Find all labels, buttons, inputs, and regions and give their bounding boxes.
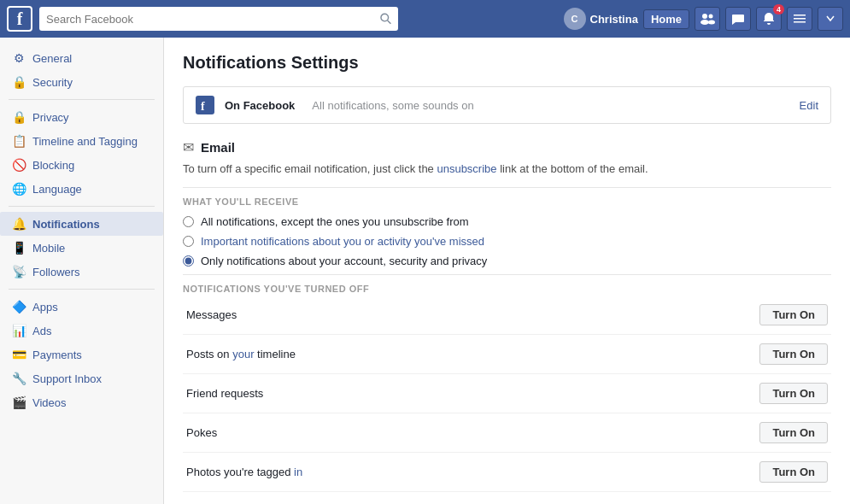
sidebar-item-apps[interactable]: 🔷 Apps	[0, 295, 163, 319]
svg-rect-9	[196, 96, 214, 114]
search-input[interactable]	[46, 13, 377, 26]
videos-icon: 🎬	[12, 396, 26, 409]
page-title: Notifications Settings	[183, 53, 831, 73]
notif-label-posts-timeline: Posts on your timeline	[186, 348, 759, 360]
sidebar-item-payments[interactable]: 💳 Payments	[0, 343, 163, 366]
radio-only-label: Only notifications about your account, s…	[201, 255, 487, 267]
notif-label-messages: Messages	[186, 308, 759, 321]
sidebar-section-1: 🔒 Privacy 📋 Timeline and Tagging 🚫 Block…	[0, 105, 163, 201]
turn-on-messages-button[interactable]: Turn On	[759, 304, 828, 325]
sidebar-item-support-inbox[interactable]: 🔧 Support Inbox	[0, 366, 163, 390]
radio-all[interactable]	[183, 216, 194, 227]
radio-only[interactable]	[183, 255, 194, 267]
settings-icon-button[interactable]	[787, 7, 812, 31]
on-facebook-icon: f	[196, 96, 214, 114]
support-icon: 🔧	[12, 372, 26, 385]
notifications-icon-button[interactable]: 4	[756, 7, 782, 31]
notif-row-messages: Messages Turn On	[183, 296, 831, 335]
sidebar-divider-3	[9, 289, 155, 290]
sidebar-label-timeline: Timeline and Tagging	[32, 135, 138, 148]
svg-point-2	[702, 14, 707, 19]
on-facebook-description: All notifications, some sounds on	[312, 99, 473, 112]
lock-icon: 🔒	[12, 75, 26, 89]
apps-icon: 🔷	[12, 300, 26, 314]
radio-important-label: Important notifications about you or act…	[201, 235, 484, 248]
important-notifications-link[interactable]: Important notifications about you or act…	[201, 235, 484, 248]
unsubscribe-link[interactable]: unsubscribe	[437, 162, 496, 175]
sidebar-item-security[interactable]: 🔒 Security	[0, 70, 163, 94]
sidebar-label-apps: Apps	[32, 301, 58, 314]
notif-label-photos-tagged: Photos you're tagged in	[186, 466, 759, 478]
sidebar-item-blocking[interactable]: 🚫 Blocking	[0, 153, 163, 177]
email-icon: ✉	[183, 139, 194, 155]
more-icon-button[interactable]	[818, 7, 843, 31]
notif-row-posts-timeline: Posts on your timeline Turn On	[183, 335, 831, 374]
user-name: Christina	[590, 13, 638, 26]
sidebar-item-privacy[interactable]: 🔒 Privacy	[0, 105, 163, 129]
sidebar-section-2: 🔔 Notifications 📱 Mobile 📡 Followers	[0, 212, 163, 284]
sidebar-label-videos: Videos	[32, 396, 67, 409]
notif-row-pokes: Pokes Turn On	[183, 413, 831, 453]
sidebar-label-general: General	[32, 52, 72, 65]
sidebar-label-ads: Ads	[32, 325, 51, 337]
sidebar-divider-2	[9, 206, 155, 207]
photos-tagged-link[interactable]: in	[294, 466, 302, 478]
mobile-icon: 📱	[12, 241, 26, 255]
sidebar-item-videos[interactable]: 🎬 Videos	[0, 390, 163, 414]
payments-icon: 💳	[12, 348, 26, 361]
what-youll-receive-label: WHAT YOU'LL RECEIVE	[183, 187, 831, 207]
gear-icon: ⚙	[12, 51, 26, 65]
messages-icon-button[interactable]	[725, 7, 751, 31]
notification-badge: 4	[773, 4, 784, 15]
radio-important[interactable]	[183, 236, 194, 247]
privacy-icon: 🔒	[12, 110, 26, 124]
sidebar: ⚙ General 🔒 Security 🔒 Privacy 📋 Timelin…	[0, 38, 164, 504]
nav-right: C Christina Home 4	[564, 7, 843, 31]
followers-icon: 📡	[12, 265, 26, 278]
sidebar-label-mobile: Mobile	[32, 242, 65, 255]
search-bar[interactable]	[39, 7, 398, 31]
sidebar-label-blocking: Blocking	[32, 159, 74, 172]
page-layout: ⚙ General 🔒 Security 🔒 Privacy 📋 Timelin…	[0, 38, 850, 504]
svg-point-0	[381, 14, 389, 21]
sidebar-item-notifications[interactable]: 🔔 Notifications	[0, 212, 163, 236]
turn-on-photos-tagged-button[interactable]: Turn On	[759, 461, 828, 483]
sidebar-item-ads[interactable]: 📊 Ads	[0, 319, 163, 343]
user-menu[interactable]: C Christina	[564, 8, 638, 30]
chevron-down-icon	[826, 15, 835, 22]
turn-on-pokes-button[interactable]: Turn On	[759, 422, 828, 443]
turn-on-posts-timeline-button[interactable]: Turn On	[759, 343, 828, 365]
radio-all-label: All notifications, except the ones you u…	[201, 215, 469, 228]
sidebar-item-language[interactable]: 🌐 Language	[0, 177, 163, 201]
sidebar-item-mobile[interactable]: 📱 Mobile	[0, 236, 163, 260]
sidebar-item-followers[interactable]: 📡 Followers	[0, 260, 163, 284]
sidebar-label-privacy: Privacy	[32, 111, 69, 124]
your-timeline-link[interactable]: your	[232, 348, 254, 360]
sidebar-label-notifications: Notifications	[32, 218, 100, 231]
timeline-icon: 📋	[12, 134, 26, 148]
notifications-sidebar-icon: 🔔	[12, 217, 26, 231]
top-navigation: f C Christina Home	[0, 0, 850, 38]
search-icon	[380, 13, 391, 25]
radio-option-important: Important notifications about you or act…	[183, 235, 831, 248]
turn-on-friend-requests-button[interactable]: Turn On	[759, 383, 828, 404]
language-icon: 🌐	[12, 182, 26, 196]
notifications-turned-off-label: NOTIFICATIONS YOU'VE TURNED OFF	[183, 274, 831, 294]
svg-point-4	[709, 15, 713, 19]
sidebar-section-3: 🔷 Apps 📊 Ads 💳 Payments 🔧 Support Inbox …	[0, 295, 163, 414]
bell-icon	[763, 12, 775, 26]
email-section-description: To turn off a specific email notificatio…	[183, 162, 831, 175]
sidebar-item-general[interactable]: ⚙ General	[0, 46, 163, 70]
svg-rect-7	[794, 18, 806, 20]
friends-icon-button[interactable]	[695, 7, 720, 31]
on-facebook-label: On Facebook	[225, 99, 295, 112]
svg-point-5	[708, 21, 715, 25]
home-button[interactable]: Home	[643, 9, 689, 29]
radio-option-all: All notifications, except the ones you u…	[183, 215, 831, 228]
sidebar-label-followers: Followers	[32, 266, 80, 278]
on-facebook-edit-link[interactable]: Edit	[800, 99, 818, 112]
sidebar-label-payments: Payments	[32, 349, 82, 361]
sidebar-item-timeline-tagging[interactable]: 📋 Timeline and Tagging	[0, 129, 163, 153]
radio-option-only: Only notifications about your account, s…	[183, 255, 831, 267]
svg-rect-6	[794, 15, 806, 16]
